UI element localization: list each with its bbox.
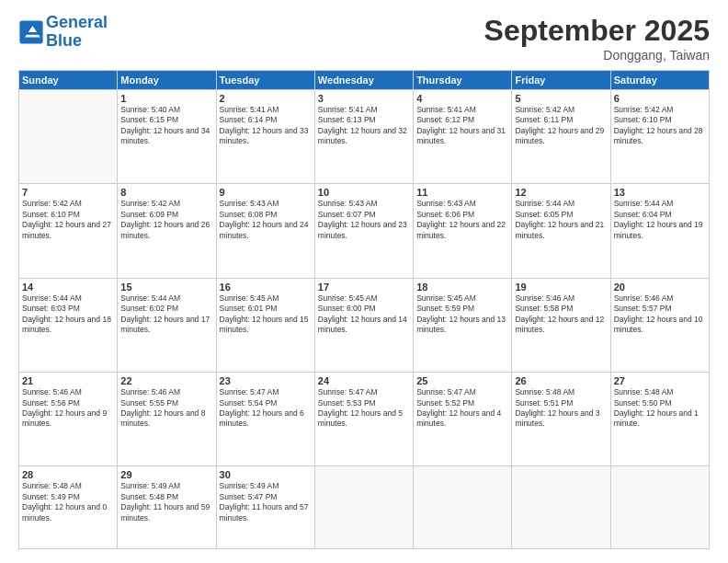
day-number: 1 [120, 93, 212, 104]
month-title: September 2025 [484, 14, 710, 48]
table-row: 27Sunrise: 5:48 AMSunset: 5:50 PMDayligh… [610, 373, 709, 466]
logo-line2: Blue [46, 31, 82, 50]
day-number: 16 [220, 282, 312, 293]
cell-info: Sunrise: 5:44 AMSunset: 6:04 PMDaylight:… [614, 199, 706, 241]
table-row: 16Sunrise: 5:45 AMSunset: 6:01 PMDayligh… [216, 278, 314, 372]
cell-info: Sunrise: 5:48 AMSunset: 5:49 PMDaylight:… [22, 481, 114, 523]
cell-info: Sunrise: 5:41 AMSunset: 6:12 PMDaylight:… [416, 105, 508, 147]
header: General Blue September 2025 Donggang, Ta… [18, 14, 710, 63]
table-row: 2Sunrise: 5:41 AMSunset: 6:14 PMDaylight… [216, 90, 314, 184]
cell-info: Sunrise: 5:44 AMSunset: 6:02 PMDaylight:… [120, 293, 212, 336]
table-row [610, 466, 709, 549]
day-number: 20 [614, 282, 706, 293]
cell-info: Sunrise: 5:48 AMSunset: 5:50 PMDaylight:… [614, 387, 706, 430]
calendar-week-row: 7Sunrise: 5:42 AMSunset: 6:10 PMDaylight… [19, 184, 710, 278]
day-number: 5 [515, 93, 607, 104]
calendar-header-row: Sunday Monday Tuesday Wednesday Thursday… [19, 71, 710, 90]
calendar-week-row: 14Sunrise: 5:44 AMSunset: 6:03 PMDayligh… [19, 278, 710, 372]
table-row: 24Sunrise: 5:47 AMSunset: 5:53 PMDayligh… [314, 373, 413, 466]
cell-info: Sunrise: 5:43 AMSunset: 6:07 PMDaylight:… [318, 199, 410, 241]
day-number: 25 [416, 375, 508, 386]
cell-info: Sunrise: 5:44 AMSunset: 6:03 PMDaylight:… [22, 293, 114, 336]
table-row: 28Sunrise: 5:48 AMSunset: 5:49 PMDayligh… [19, 466, 118, 549]
day-number: 2 [220, 93, 312, 104]
cell-info: Sunrise: 5:44 AMSunset: 6:05 PMDaylight:… [515, 199, 607, 241]
table-row: 13Sunrise: 5:44 AMSunset: 6:04 PMDayligh… [610, 184, 709, 278]
cell-info: Sunrise: 5:42 AMSunset: 6:11 PMDaylight:… [515, 105, 607, 147]
calendar-week-row: 21Sunrise: 5:46 AMSunset: 5:56 PMDayligh… [19, 373, 710, 466]
day-number: 15 [120, 282, 212, 293]
col-saturday: Saturday [610, 71, 709, 90]
table-row: 10Sunrise: 5:43 AMSunset: 6:07 PMDayligh… [314, 184, 413, 278]
cell-info: Sunrise: 5:48 AMSunset: 5:51 PMDaylight:… [515, 387, 607, 430]
day-number: 7 [22, 187, 114, 198]
table-row: 1Sunrise: 5:40 AMSunset: 6:15 PMDaylight… [118, 90, 216, 184]
calendar-week-row: 1Sunrise: 5:40 AMSunset: 6:15 PMDaylight… [19, 90, 710, 184]
cell-info: Sunrise: 5:41 AMSunset: 6:14 PMDaylight:… [220, 105, 312, 147]
table-row: 4Sunrise: 5:41 AMSunset: 6:12 PMDaylight… [414, 90, 512, 184]
day-number: 22 [120, 375, 212, 386]
day-number: 3 [318, 93, 410, 104]
table-row [314, 466, 413, 549]
cell-info: Sunrise: 5:42 AMSunset: 6:10 PMDaylight:… [614, 105, 706, 147]
cell-info: Sunrise: 5:43 AMSunset: 6:08 PMDaylight:… [220, 199, 312, 241]
col-friday: Friday [512, 71, 610, 90]
cell-info: Sunrise: 5:45 AMSunset: 6:00 PMDaylight:… [318, 293, 410, 336]
table-row: 30Sunrise: 5:49 AMSunset: 5:47 PMDayligh… [216, 466, 314, 549]
day-number: 24 [318, 375, 410, 386]
day-number: 29 [120, 469, 212, 480]
location: Donggang, Taiwan [484, 48, 710, 63]
cell-info: Sunrise: 5:49 AMSunset: 5:48 PMDaylight:… [120, 481, 212, 523]
logo: General Blue [18, 14, 108, 51]
table-row: 19Sunrise: 5:46 AMSunset: 5:58 PMDayligh… [512, 278, 610, 372]
page: General Blue September 2025 Donggang, Ta… [0, 0, 728, 563]
table-row [414, 466, 512, 549]
table-row: 17Sunrise: 5:45 AMSunset: 6:00 PMDayligh… [314, 278, 413, 372]
cell-info: Sunrise: 5:46 AMSunset: 5:58 PMDaylight:… [515, 293, 607, 336]
day-number: 11 [416, 187, 508, 198]
day-number: 23 [220, 375, 312, 386]
table-row: 15Sunrise: 5:44 AMSunset: 6:02 PMDayligh… [118, 278, 216, 372]
table-row: 6Sunrise: 5:42 AMSunset: 6:10 PMDaylight… [610, 90, 709, 184]
table-row: 29Sunrise: 5:49 AMSunset: 5:48 PMDayligh… [118, 466, 216, 549]
day-number: 30 [220, 469, 312, 480]
cell-info: Sunrise: 5:42 AMSunset: 6:10 PMDaylight:… [22, 199, 114, 241]
table-row: 18Sunrise: 5:45 AMSunset: 5:59 PMDayligh… [414, 278, 512, 372]
table-row: 26Sunrise: 5:48 AMSunset: 5:51 PMDayligh… [512, 373, 610, 466]
table-row: 8Sunrise: 5:42 AMSunset: 6:09 PMDaylight… [118, 184, 216, 278]
table-row: 21Sunrise: 5:46 AMSunset: 5:56 PMDayligh… [19, 373, 118, 466]
table-row: 20Sunrise: 5:46 AMSunset: 5:57 PMDayligh… [610, 278, 709, 372]
col-monday: Monday [118, 71, 216, 90]
title-block: September 2025 Donggang, Taiwan [484, 14, 710, 63]
table-row: 12Sunrise: 5:44 AMSunset: 6:05 PMDayligh… [512, 184, 610, 278]
table-row: 14Sunrise: 5:44 AMSunset: 6:03 PMDayligh… [19, 278, 118, 372]
day-number: 18 [416, 282, 508, 293]
cell-info: Sunrise: 5:41 AMSunset: 6:13 PMDaylight:… [318, 105, 410, 147]
logo-line1: General [46, 13, 108, 31]
day-number: 26 [515, 375, 607, 386]
cell-info: Sunrise: 5:47 AMSunset: 5:54 PMDaylight:… [220, 387, 312, 430]
cell-info: Sunrise: 5:47 AMSunset: 5:52 PMDaylight:… [416, 387, 508, 430]
day-number: 21 [22, 375, 114, 386]
cell-info: Sunrise: 5:42 AMSunset: 6:09 PMDaylight:… [120, 199, 212, 241]
day-number: 14 [22, 282, 114, 293]
day-number: 28 [22, 469, 114, 480]
col-tuesday: Tuesday [216, 71, 314, 90]
cell-info: Sunrise: 5:43 AMSunset: 6:06 PMDaylight:… [416, 199, 508, 241]
cell-info: Sunrise: 5:46 AMSunset: 5:57 PMDaylight:… [614, 293, 706, 336]
calendar-week-row: 28Sunrise: 5:48 AMSunset: 5:49 PMDayligh… [19, 466, 710, 549]
table-row: 23Sunrise: 5:47 AMSunset: 5:54 PMDayligh… [216, 373, 314, 466]
table-row [19, 90, 118, 184]
day-number: 12 [515, 187, 607, 198]
day-number: 17 [318, 282, 410, 293]
cell-info: Sunrise: 5:47 AMSunset: 5:53 PMDaylight:… [318, 387, 410, 430]
cell-info: Sunrise: 5:46 AMSunset: 5:56 PMDaylight:… [22, 387, 114, 430]
logo-icon [18, 19, 44, 45]
cell-info: Sunrise: 5:49 AMSunset: 5:47 PMDaylight:… [220, 481, 312, 523]
table-row [512, 466, 610, 549]
table-row: 5Sunrise: 5:42 AMSunset: 6:11 PMDaylight… [512, 90, 610, 184]
day-number: 19 [515, 282, 607, 293]
table-row: 25Sunrise: 5:47 AMSunset: 5:52 PMDayligh… [414, 373, 512, 466]
day-number: 10 [318, 187, 410, 198]
day-number: 6 [614, 93, 706, 104]
